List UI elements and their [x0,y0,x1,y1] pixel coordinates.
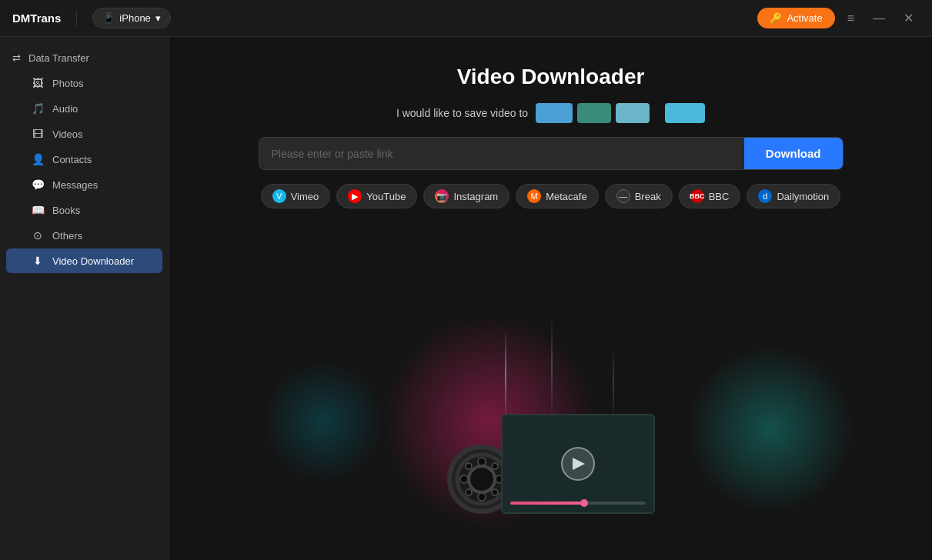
svg-point-0 [457,455,506,504]
save-to-pc-blue2[interactable] [616,103,650,123]
svg-point-2 [478,458,486,465]
photos-icon: 🖼 [31,77,45,89]
activate-label: Activate [787,12,822,24]
film-reel [447,445,516,514]
page-title: Video Downloader [457,65,645,89]
save-to-iphone[interactable] [536,103,573,123]
vimeo-label: Vimeo [291,191,319,202]
vline-2 [551,314,553,422]
close-button[interactable]: ✕ [897,9,920,28]
svg-point-4 [460,475,468,483]
vline-1 [505,329,506,422]
bg-decoration [169,268,932,560]
save-to-label: I would like to save video to [396,107,528,119]
chip-instagram[interactable]: 📷 Instagram [423,184,509,208]
progress-bar [510,502,646,505]
title-bar: DMTrans 📱 iPhone ▾ 🔑 Activate ≡ — ✕ [0,0,932,37]
sidebar-item-others[interactable]: ⊙ Others [6,223,162,248]
svg-point-9 [492,489,498,495]
sidebar-item-books[interactable]: 📖 Books [6,198,162,222]
chip-youtube[interactable]: ▶ YouTube [336,184,417,208]
sidebar-item-audio[interactable]: 🎵 Audio [6,96,162,121]
sidebar-item-messages[interactable]: 💬 Messages [6,172,162,197]
activate-button[interactable]: 🔑 Activate [757,8,834,28]
videos-icon: 🎞 [31,128,45,140]
sidebar-item-photos-label: Photos [52,78,83,89]
progress-dot [580,499,588,507]
platform-chips: V Vimeo ▶ YouTube 📷 Instagram M Metacafe… [261,184,841,208]
content-area: Video Downloader I would like to save vi… [169,37,932,560]
save-to-row: I would like to save video to [396,103,705,123]
chip-vimeo[interactable]: V Vimeo [261,184,331,208]
break-label: Break [635,191,661,202]
sidebar-item-messages-label: Messages [52,179,98,191]
glow-teal [686,345,855,514]
sidebar: ⇄ Data Transfer 🖼 Photos 🎵 Audio 🎞 Video… [0,37,169,560]
youtube-label: YouTube [366,191,406,202]
save-to-pc-blue3[interactable] [665,103,705,123]
bbc-label: BBC [709,191,730,202]
data-transfer-icon: ⇄ [12,52,21,64]
url-input[interactable] [259,138,744,169]
svg-point-3 [478,493,486,501]
download-button[interactable]: Download [744,138,843,169]
save-to-pc-teal[interactable] [577,103,611,123]
sidebar-group-data-transfer[interactable]: ⇄ Data Transfer [0,46,169,70]
progress-fill [510,502,585,505]
chip-break[interactable]: — Break [605,184,673,208]
chip-bbc[interactable]: BBC BBC [679,184,741,208]
key-icon: 🔑 [770,12,782,24]
video-downloader-icon: ⬇ [31,255,45,267]
menu-button[interactable]: ≡ [841,9,860,28]
youtube-icon: ▶ [348,189,362,203]
bbc-icon: BBC [690,189,704,203]
minimize-button[interactable]: — [867,9,891,28]
title-bar-left: DMTrans 📱 iPhone ▾ [12,8,171,28]
sidebar-item-contacts[interactable]: 👤 Contacts [6,147,162,172]
chip-dailymotion[interactable]: d Dailymotion [747,184,840,208]
sidebar-item-photos[interactable]: 🖼 Photos [6,71,162,95]
sidebar-item-contacts-label: Contacts [52,154,92,165]
sidebar-item-video-downloader[interactable]: ⬇ Video Downloader [6,248,162,273]
film-player-decoration [447,414,655,514]
app-title: DMTrans [12,12,61,25]
chevron-down-icon: ▾ [155,12,161,24]
break-icon: — [616,189,630,203]
vline-3 [613,345,614,422]
sidebar-item-books-label: Books [52,205,80,216]
device-icon: 📱 [102,12,115,24]
glow-pink [382,314,597,529]
video-downloader-panel: Video Downloader I would like to save vi… [259,37,843,208]
svg-point-8 [466,489,472,495]
dailymotion-label: Dailymotion [777,191,829,202]
chip-metacafe[interactable]: M Metacafe [516,184,598,208]
metacafe-label: Metacafe [546,191,586,202]
messages-icon: 💬 [31,178,45,191]
title-bar-right: 🔑 Activate ≡ — ✕ [757,8,920,28]
svg-point-1 [473,470,491,488]
svg-point-5 [496,475,503,483]
sidebar-item-audio-label: Audio [52,103,78,115]
books-icon: 📖 [31,204,45,216]
metacafe-icon: M [527,189,541,203]
instagram-icon: 📷 [435,189,449,203]
others-icon: ⊙ [31,229,45,242]
sidebar-item-videos[interactable]: 🎞 Videos [6,122,162,146]
device-name: iPhone [119,12,150,24]
play-button [561,447,595,481]
sidebar-item-videos-label: Videos [52,128,83,140]
svg-point-7 [492,463,498,469]
audio-icon: 🎵 [31,102,45,115]
svg-point-6 [466,463,472,469]
save-to-options [536,103,705,123]
url-input-row: Download [259,137,843,170]
main-layout: ⇄ Data Transfer 🖼 Photos 🎵 Audio 🎞 Video… [0,37,932,560]
title-separator [76,11,77,26]
sidebar-item-video-downloader-label: Video Downloader [52,255,134,267]
player-screen [501,414,655,514]
sidebar-item-others-label: Others [52,230,82,242]
play-triangle [573,458,585,470]
device-selector[interactable]: 📱 iPhone ▾ [92,8,170,28]
instagram-label: Instagram [453,191,498,202]
glow-dark-teal [262,360,385,483]
